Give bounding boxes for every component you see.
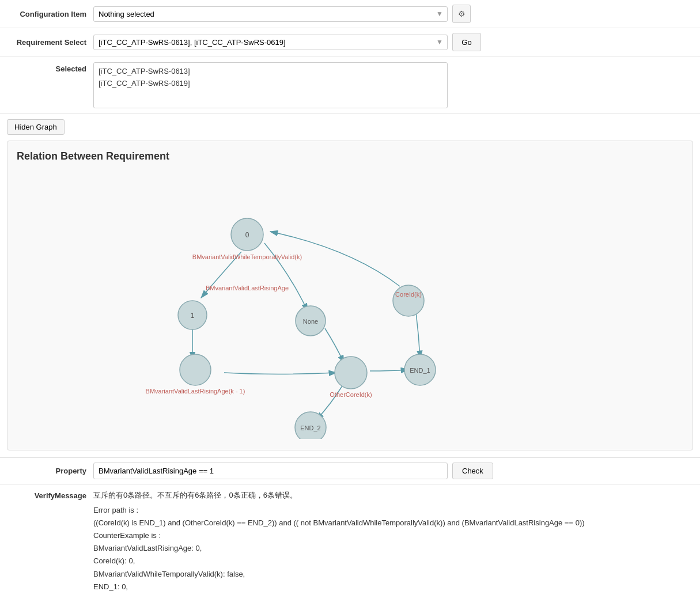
node-othercoreid-circle[interactable]: [335, 357, 367, 389]
node-0-label: BMvariantValidWhileTemporallyValid(k): [192, 253, 302, 260]
verify-counter-value-2: BMvariantValidWhileTemporallyValid(k): f…: [93, 568, 693, 581]
config-item-select-wrapper: Nothing selected ▼: [93, 6, 448, 22]
node-othercoreid-label: OtherCoreId(k): [330, 391, 372, 398]
verify-counter-value-0: BMvariantValidLastRisingAge: 0,: [93, 542, 693, 555]
property-input[interactable]: [93, 463, 448, 479]
edge-5-6: [370, 370, 408, 371]
selected-row: Selected [iTC_CC_ATP-SwRS-0613] [iTC_CC_…: [0, 56, 700, 113]
gear-button[interactable]: ⚙: [452, 5, 471, 23]
verify-row: VerifyMessage 互斥的有0条路径。不互斥的有6条路径，0条正确，6条…: [0, 484, 700, 591]
verify-content: 互斥的有0条路径。不互斥的有6条路径，0条正确，6条错误。 Error path…: [93, 489, 693, 591]
node-1-label: BMvariantValidLastRisingAge: [206, 285, 289, 291]
node-end2-num: END_2: [300, 425, 320, 431]
config-item-label: Configuration Item: [7, 10, 93, 18]
verify-chinese-text: 互斥的有0条路径。不互斥的有6条路径，0条正确，6条错误。: [93, 489, 693, 502]
node-1-num: 1: [191, 312, 195, 320]
gear-icon: ⚙: [458, 9, 466, 18]
config-item-row: Configuration Item Nothing selected ▼ ⚙: [0, 0, 700, 28]
graph-svg: 0 BMvariantValidWhileTemporallyValid(k) …: [17, 174, 683, 439]
go-button[interactable]: Go: [452, 33, 481, 51]
node-none-num: None: [303, 318, 318, 325]
node-coreid-circle[interactable]: [393, 285, 424, 316]
verify-error-path-label: Error path is :: [93, 504, 693, 517]
verify-counter-label: CounterExample is :: [93, 529, 693, 542]
node-bm-k1-label: BMvariantValidLastRisingAge(k - 1): [146, 388, 245, 395]
property-row: Property Check: [0, 457, 700, 484]
node-end1-num: END_1: [410, 367, 430, 374]
node-bm-k1-circle[interactable]: [180, 354, 211, 385]
selected-label: Selected: [7, 62, 93, 73]
selected-item-1: [iTC_CC_ATP-SwRS-0613]: [99, 66, 442, 78]
config-item-select[interactable]: Nothing selected: [93, 6, 448, 22]
verify-label: VerifyMessage: [7, 489, 93, 591]
requirement-select-wrapper: [iTC_CC_ATP-SwRS-0613], [iTC_CC_ATP-SwRS…: [93, 35, 448, 50]
verify-counter-value-3: END_1: 0,: [93, 581, 693, 591]
edge-3-6: [416, 312, 420, 358]
verify-counter-value-1: CoreId(k): 0,: [93, 555, 693, 567]
selected-item-2: [iTC_CC_ATP-SwRS-0619]: [99, 78, 442, 90]
edge-4-5: [224, 373, 336, 374]
requirement-select-row: Requirement Select [iTC_CC_ATP-SwRS-0613…: [0, 28, 700, 56]
selected-area: [iTC_CC_ATP-SwRS-0613] [iTC_CC_ATP-SwRS-…: [93, 62, 448, 108]
hiden-graph-row: Hiden Graph: [0, 113, 700, 141]
hiden-graph-button[interactable]: Hiden Graph: [7, 119, 65, 135]
property-label: Property: [7, 467, 93, 475]
graph-title: Relation Between Requirement: [17, 150, 683, 162]
node-coreid-label: CoreId(k): [395, 291, 422, 298]
edge-2-5: [325, 328, 344, 363]
check-button[interactable]: Check: [452, 463, 493, 479]
verify-error-path-value: ((CoreId(k) is END_1) and (OtherCoreId(k…: [93, 517, 693, 529]
graph-container: Relation Between Requirement 0 BMvariant…: [7, 141, 693, 450]
node-0-num: 0: [245, 231, 249, 239]
requirement-select[interactable]: [iTC_CC_ATP-SwRS-0613], [iTC_CC_ATP-SwRS…: [93, 35, 448, 50]
requirement-select-label: Requirement Select: [7, 38, 93, 47]
